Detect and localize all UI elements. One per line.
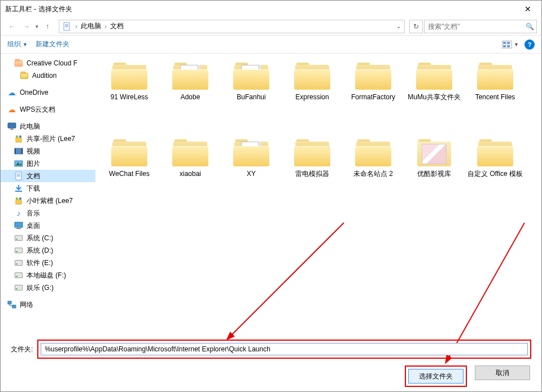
folder-label: 91 WireLess [111,93,148,102]
close-button[interactable]: ✕ [519,5,537,14]
folder-icon [233,138,269,166]
folder-item[interactable]: Expression [282,58,343,135]
tree-item-music[interactable]: ♪ 音乐 [1,207,95,219]
folder-item[interactable]: 91 WireLess [99,58,160,135]
annotation-arrow [225,217,349,341]
search-box[interactable]: 🔍 [424,20,537,33]
tree-item-pictures[interactable]: 图片 [1,157,95,170]
title-bar: 新工具栏 - 选择文件夹 ✕ [1,1,541,17]
tree-item-drive-f[interactable]: 本地磁盘 (F:) [1,269,95,281]
tree-item-drive-e[interactable]: 软件 (E:) [1,257,95,269]
forward-button[interactable]: → [20,20,33,33]
music-icon: ♪ [14,209,23,218]
svg-rect-23 [15,191,22,192]
folder-label: 雷电模拟器 [295,170,329,178]
window-title: 新工具栏 - 选择文件夹 [5,5,519,14]
svg-line-32 [448,223,524,358]
crumb-root[interactable]: 此电脑 [81,21,101,31]
tree-item-this-pc[interactable]: 此电脑 [1,120,95,133]
folder-item[interactable]: XY [221,135,282,212]
folder-item[interactable]: BuFanhui [221,58,282,135]
folder-label: 优酷影视库 [417,170,451,178]
folder-label: FormatFactory [351,93,395,102]
pictures-icon [14,159,23,168]
dialog-footer: 文件夹: 选择文件夹 取消 [1,340,541,387]
breadcrumb-history-icon[interactable]: ⌄ [396,23,401,29]
tree-item-shared-2[interactable]: 小叶紫檀 (Lee7 [1,195,95,207]
tree-item-videos[interactable]: 视频 [1,145,95,157]
tree-item-wps[interactable]: ☁ WPS云文档 [1,103,95,116]
tree-item-drive-c[interactable]: 系统 (C:) [1,232,95,244]
chevron-down-icon: ▼ [514,42,519,47]
folder-path-input[interactable] [41,343,528,355]
drive-icon [14,246,23,255]
crumb-current[interactable]: 文档 [110,21,124,31]
back-button[interactable]: ← [5,20,19,33]
folder-item[interactable]: 雷电模拟器 [282,135,343,212]
folder-icon [477,138,513,166]
svg-point-25 [16,197,18,200]
folder-item[interactable]: 自定义 Office 模板 [465,135,526,212]
tree-item-audition[interactable]: Audition [1,69,95,82]
doc-icon [14,171,23,180]
folder-icon [111,138,147,166]
cancel-button[interactable]: 取消 [475,365,530,380]
view-mode-button[interactable]: ▼ [502,41,519,49]
svg-rect-22 [17,176,20,177]
svg-rect-24 [16,200,21,204]
folder-item[interactable]: WeChat Files [99,135,160,212]
tree-item-network[interactable]: 网络 [1,298,95,311]
svg-line-31 [231,223,344,336]
tree-item-onedrive[interactable]: ☁ OneDrive [1,86,95,99]
annotation-box [37,340,531,359]
folder-path-label: 文件夹: [11,345,33,354]
organize-menu[interactable]: 组织 ▼ [7,39,28,49]
svg-rect-7 [503,45,506,47]
folder-label: Adobe [181,93,200,102]
search-input[interactable] [425,23,524,30]
svg-rect-6 [507,42,510,44]
organize-label: 组织 [7,39,21,49]
cc-icon [14,59,23,68]
annotation-box: 选择文件夹 [405,365,467,387]
svg-rect-3 [65,27,68,27]
select-folder-button[interactable]: 选择文件夹 [408,369,464,384]
svg-rect-20 [17,174,20,174]
new-folder-button[interactable]: 新建文件夹 [36,39,69,49]
svg-rect-14 [15,148,23,154]
tree-item-drive-d[interactable]: 系统 (D:) [1,244,95,257]
search-icon[interactable]: 🔍 [526,23,534,30]
tree-item-desktop[interactable]: 桌面 [1,219,95,232]
tree-item-downloads[interactable]: 下载 [1,182,95,195]
breadcrumb[interactable]: › 此电脑 › 文档 ⌄ [59,20,405,33]
address-bar: ← → ▾ ↑ › 此电脑 › 文档 ⌄ ↻ 🔍 [1,17,541,36]
folder-item[interactable]: xiaobai [160,135,221,212]
drive-icon [14,258,23,267]
folder-label: Tencent Files [475,93,515,102]
folder-icon [20,71,29,80]
folder-item[interactable]: 优酷影视库 [404,135,465,212]
folder-icon [233,61,269,90]
folder-icon [172,138,208,166]
folder-item[interactable]: Adobe [160,58,221,135]
wps-cloud-icon: ☁ [7,105,16,114]
up-button[interactable]: ↑ [41,20,54,33]
svg-rect-5 [503,42,506,44]
tree-item-drive-g[interactable]: 娱乐 (G:) [1,281,95,294]
refresh-button[interactable]: ↻ [409,20,423,33]
svg-rect-15 [15,148,16,154]
folder-item[interactable]: 未命名站点 2 [343,135,404,212]
tree-item-shared-photos[interactable]: 共享-照片 (Lee7 [1,133,95,145]
svg-point-26 [19,197,21,200]
recent-dropdown-icon[interactable]: ▾ [36,24,38,29]
folder-label: 自定义 Office 模板 [467,170,523,178]
svg-rect-11 [16,138,21,142]
folder-label: BuFanhui [237,93,265,102]
new-folder-label: 新建文件夹 [36,39,69,49]
folder-item[interactable]: MuMu共享文件夹 [404,58,465,135]
folder-item[interactable]: FormatFactory [343,58,404,135]
tree-item-documents[interactable]: 文档 [1,170,95,182]
help-button[interactable]: ? [524,39,535,50]
folder-item[interactable]: Tencent Files [465,58,526,135]
tree-item-creative-cloud[interactable]: Creative Cloud F [1,57,95,69]
